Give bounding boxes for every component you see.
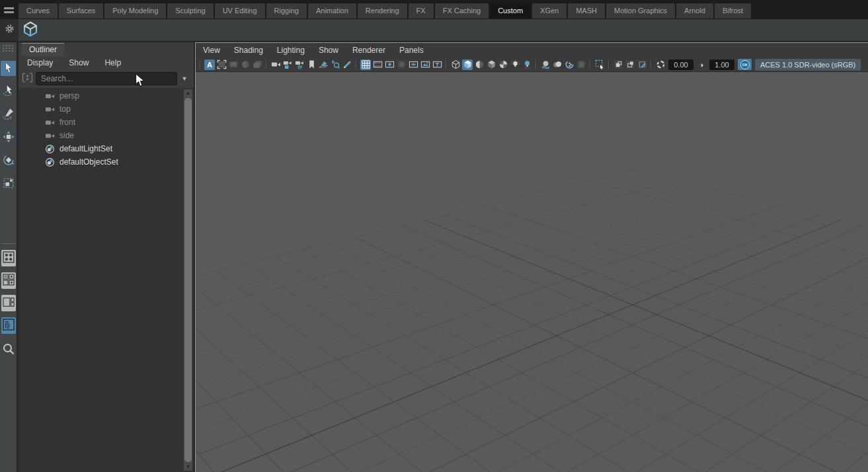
grid-toggle-icon[interactable] — [360, 59, 371, 70]
outliner-list[interactable]: persptopfrontsidedefaultLightSetdefaultO… — [19, 88, 194, 472]
set-icon — [45, 144, 55, 154]
shelf-tab-motion-graphics[interactable]: Motion Graphics — [606, 3, 675, 19]
bookmark-icon[interactable] — [306, 59, 317, 70]
anti-aliasing-toggle-icon[interactable] — [564, 59, 574, 70]
safe-action-icon[interactable] — [420, 59, 430, 70]
outliner-item-front[interactable]: front — [19, 116, 194, 129]
xray-display-icon[interactable] — [498, 59, 508, 70]
menu-renderer[interactable]: Renderer — [352, 46, 385, 55]
single-pane-layout-icon — [3, 251, 15, 266]
resolution-gate-icon[interactable] — [384, 59, 395, 70]
menu-lighting[interactable]: Lighting — [277, 46, 305, 55]
lasso-select-tool[interactable] — [1, 84, 16, 99]
lighting-toggle-icon[interactable] — [510, 59, 520, 70]
multisample-toggle-icon[interactable] — [576, 59, 586, 70]
search-dropdown-icon[interactable]: ▼ — [177, 75, 192, 82]
shelf-menu-icon[interactable] — [4, 7, 14, 13]
shelf-tab-poly-modeling[interactable]: Poly Modeling — [104, 3, 166, 19]
menu-display[interactable]: Display — [27, 58, 53, 67]
menu-show[interactable]: Show — [69, 58, 89, 67]
marquee-select-icon[interactable] — [594, 59, 605, 70]
select-tool[interactable] — [1, 61, 16, 76]
frame-gate-icon[interactable] — [216, 59, 227, 70]
wireframe-display-icon[interactable] — [450, 59, 461, 70]
shadows-toggle-icon[interactable] — [522, 59, 532, 70]
menu-help[interactable]: Help — [104, 58, 121, 67]
outliner-tab[interactable]: Outliner — [22, 43, 64, 56]
shelf-tab-sculpting[interactable]: Sculpting — [167, 3, 213, 19]
search-input[interactable] — [36, 72, 177, 85]
outliner-item-defaultlightset[interactable]: defaultLightSet — [19, 142, 194, 155]
gamma-value[interactable]: 1.00 — [709, 59, 734, 70]
menu-view[interactable]: View — [203, 46, 220, 55]
shelf-tab-rendering[interactable]: Rendering — [358, 3, 407, 19]
ssao-toggle-icon[interactable] — [540, 59, 551, 70]
image-plane-icon[interactable] — [318, 59, 329, 70]
exposure-value[interactable]: 0.00 — [668, 59, 693, 70]
viewport-snapshot-icon[interactable] — [637, 59, 647, 70]
scroll-up-icon[interactable]: ▲ — [184, 89, 192, 97]
move-tool[interactable] — [1, 130, 16, 145]
color-management-toggle[interactable]: ON — [738, 59, 752, 70]
shelf-tab-arnold[interactable]: Arnold — [676, 3, 713, 19]
shelf-tab-xgen[interactable]: XGen — [532, 3, 567, 19]
pan-zoom-2d-icon[interactable] — [330, 59, 340, 70]
single-pane-layout-button[interactable] — [1, 250, 16, 266]
zoom-layout-button[interactable] — [1, 342, 16, 358]
smooth-shade-display-icon[interactable] — [462, 59, 473, 70]
shelf-tab-curves[interactable]: Curves — [19, 3, 58, 19]
grease-pencil-icon[interactable] — [342, 59, 352, 70]
outliner-item-side[interactable]: side — [19, 129, 194, 142]
shelf-tab-custom[interactable]: Custom — [490, 3, 531, 19]
colorspace-label[interactable]: ACES 1.0 SDR-video (sRGB) — [755, 59, 861, 71]
lock-camera-icon[interactable] — [282, 59, 293, 70]
default-material-display-icon[interactable] — [486, 59, 496, 70]
shelf-tab-rigging[interactable]: Rigging — [266, 3, 307, 19]
shelf-tab-uv-editing[interactable]: UV Editing — [215, 3, 265, 19]
image-layers-icon[interactable] — [252, 59, 262, 70]
filter-icon[interactable] — [22, 72, 34, 85]
render-sphere-icon[interactable] — [240, 59, 251, 70]
scale-tool[interactable] — [1, 177, 16, 192]
letter-a-toggle-icon[interactable]: A — [204, 59, 215, 70]
shelf-tab-fx-caching[interactable]: FX Caching — [435, 3, 489, 19]
outliner-item-top[interactable]: top — [19, 102, 194, 116]
field-chart-icon[interactable] — [408, 59, 418, 70]
poly-cube-button[interactable] — [21, 21, 39, 39]
outliner-scrollbar[interactable]: ▲ ▼ — [184, 89, 192, 471]
gamma-icon[interactable]: ◑ — [696, 59, 707, 70]
shelf-options[interactable] — [0, 19, 19, 41]
gate-mask-icon[interactable] — [396, 59, 407, 70]
safe-title-icon[interactable] — [432, 59, 442, 70]
film-pane-icon[interactable] — [228, 59, 239, 70]
shelf-tab-animation[interactable]: Animation — [308, 3, 356, 19]
exposure-icon[interactable] — [655, 59, 666, 70]
viewport-3d-view[interactable] — [196, 72, 868, 472]
scrollbar-thumb[interactable] — [184, 98, 192, 462]
film-gate-icon[interactable] — [372, 59, 383, 70]
outliner-item-defaultobjectset[interactable]: defaultObjectSet — [19, 155, 194, 169]
isolate-select-icon[interactable] — [613, 59, 623, 70]
menu-shading[interactable]: Shading — [234, 46, 263, 55]
paint-select-tool[interactable] — [1, 107, 16, 122]
shelf-tab-bifrost[interactable]: Bifrost — [715, 3, 751, 19]
textured-display-icon[interactable] — [474, 59, 485, 70]
isolate-add-selected-icon[interactable] — [625, 59, 635, 70]
two-pane-layout-button[interactable] — [1, 295, 16, 311]
outliner-item-persp[interactable]: persp — [19, 89, 194, 102]
shelf-tab-fx[interactable]: FX — [409, 3, 434, 19]
select-camera-icon[interactable] — [270, 59, 281, 70]
rotate-tool[interactable] — [1, 153, 16, 169]
outliner-item-label: defaultLightSet — [59, 144, 112, 153]
camera-attributes-icon[interactable] — [294, 59, 305, 70]
menu-panels[interactable]: Panels — [399, 46, 424, 55]
shelf-tab-surfaces[interactable]: Surfaces — [59, 3, 103, 19]
four-pane-layout-button[interactable] — [1, 272, 16, 289]
motion-blur-toggle-icon[interactable] — [552, 59, 563, 70]
shelf-tab-mash[interactable]: MASH — [568, 3, 605, 19]
outliner-persp-layout-button[interactable] — [1, 317, 16, 334]
toolbox-grip-icon[interactable] — [2, 44, 15, 53]
menu-show[interactable]: Show — [319, 46, 338, 55]
scroll-down-icon[interactable]: ▼ — [184, 463, 192, 471]
paint-select-icon — [3, 108, 15, 122]
